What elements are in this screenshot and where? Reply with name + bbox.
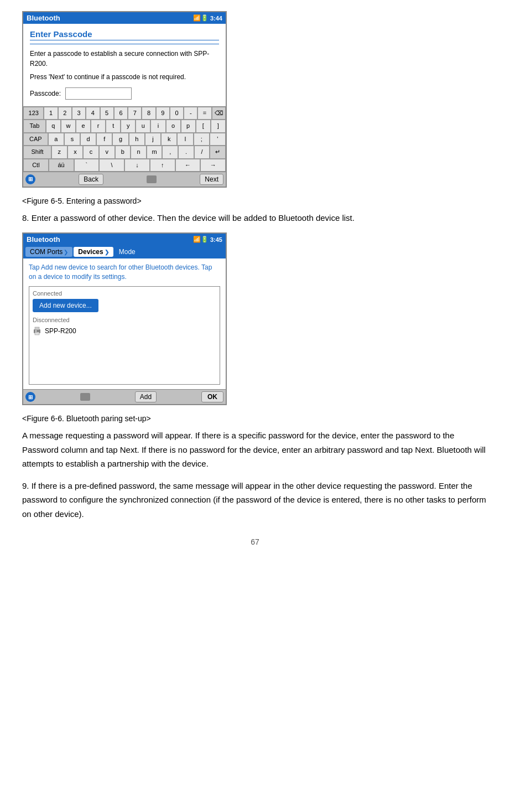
key-p[interactable]: p	[181, 120, 196, 132]
key-q[interactable]: q	[46, 120, 61, 132]
figure2-screen: Bluetooth 📶🔋 3:45 COM Ports ❯ Devices ❯ …	[22, 232, 227, 405]
device-hint: Tap Add new device to search for other B…	[29, 263, 220, 282]
key-x[interactable]: x	[67, 146, 84, 158]
key-123[interactable]: 123	[23, 107, 44, 120]
paragraph-3: 9. If there is a pre-defined password, t…	[22, 479, 488, 521]
passcode-text2: Press 'Next' to continue if a passcode i…	[30, 72, 219, 82]
add-device-button[interactable]: Add new device...	[33, 299, 98, 312]
key-up[interactable]: ↑	[150, 159, 175, 172]
ok-button[interactable]: OK	[201, 391, 223, 402]
passcode-text1: Enter a passcode to establish a secure c…	[30, 49, 219, 69]
key-tab[interactable]: Tab	[23, 120, 46, 132]
key-4[interactable]: 4	[86, 107, 100, 120]
key-2[interactable]: 2	[58, 107, 72, 120]
windows-logo-1[interactable]: ⊞	[25, 174, 35, 184]
key-quote[interactable]: '	[210, 133, 226, 146]
svg-rect-3	[35, 330, 37, 332]
key-k[interactable]: k	[161, 133, 177, 146]
printer-icon	[33, 327, 41, 335]
key-o[interactable]: o	[166, 120, 181, 132]
key-5[interactable]: 5	[100, 107, 114, 120]
key-e[interactable]: e	[76, 120, 91, 132]
tab-devices-label: Devices	[78, 248, 103, 256]
tab-com-ports[interactable]: COM Ports ❯	[25, 247, 72, 257]
keyboard-icon-2[interactable]	[80, 393, 90, 401]
key-right[interactable]: →	[200, 159, 226, 172]
key-t[interactable]: t	[106, 120, 121, 132]
key-cap[interactable]: CAP	[23, 133, 48, 146]
key-equals[interactable]: =	[197, 107, 211, 120]
key-comma[interactable]: ,	[162, 146, 178, 158]
key-backspace[interactable]: ⌫	[212, 107, 226, 120]
key-3[interactable]: 3	[72, 107, 86, 120]
tab-mode[interactable]: Mode	[115, 247, 140, 257]
key-f[interactable]: f	[96, 133, 112, 146]
key-7[interactable]: 7	[128, 107, 142, 120]
key-j[interactable]: j	[145, 133, 161, 146]
key-d[interactable]: d	[80, 133, 96, 146]
status-time-2: 3:45	[210, 236, 222, 243]
key-g[interactable]: g	[112, 133, 128, 146]
paragraph-1: 8. Enter a password of other device. The…	[22, 211, 488, 225]
screen-body-1: Enter Passcode Enter a passcode to estab…	[23, 24, 226, 106]
status-bar-2: Bluetooth 📶🔋 3:45	[23, 234, 226, 245]
key-l[interactable]: l	[177, 133, 193, 146]
key-0[interactable]: 0	[170, 107, 184, 120]
tab-mode-label: Mode	[119, 248, 136, 256]
devices-body: Tap Add new device to search for other B…	[23, 258, 226, 389]
key-semicolon[interactable]: ;	[194, 133, 210, 146]
back-button[interactable]: Back	[79, 174, 103, 185]
key-auu[interactable]: áü	[49, 159, 74, 172]
key-backtick[interactable]: `	[74, 159, 100, 172]
key-slash[interactable]: /	[194, 146, 210, 158]
key-9[interactable]: 9	[156, 107, 170, 120]
key-period[interactable]: .	[178, 146, 194, 158]
key-i[interactable]: i	[150, 120, 165, 132]
key-enter[interactable]: ↵	[210, 146, 226, 158]
passcode-input[interactable]	[65, 87, 132, 100]
kb-row-4: Shift z x c v b n m , . / ↵	[23, 146, 226, 158]
key-w[interactable]: w	[61, 120, 76, 132]
key-v[interactable]: v	[99, 146, 115, 158]
bottom-bar-2: ⊞ Add OK	[23, 389, 226, 404]
key-shift[interactable]: Shift	[23, 146, 51, 158]
key-c[interactable]: c	[83, 146, 99, 158]
device-list-box: Connected Add new device... Disconnected…	[29, 286, 220, 385]
keyboard: 123 1 2 3 4 5 6 7 8 9 0 - = ⌫ Tab q w e …	[23, 106, 226, 172]
caption-2: <Figure 6-6. Bluetooth paring set-up>	[22, 414, 488, 423]
status-time-1: 3:44	[210, 15, 222, 22]
tab-devices[interactable]: Devices ❯	[74, 247, 113, 257]
key-h[interactable]: h	[129, 133, 145, 146]
key-8[interactable]: 8	[142, 107, 155, 120]
tab-com-arrow: ❯	[64, 249, 68, 255]
key-left[interactable]: ←	[175, 159, 201, 172]
key-s[interactable]: s	[64, 133, 80, 146]
key-ctrl[interactable]: Ctl	[23, 159, 49, 172]
key-n[interactable]: n	[131, 146, 147, 158]
tab-devices-arrow: ❯	[105, 249, 109, 255]
key-6[interactable]: 6	[114, 107, 128, 120]
key-m[interactable]: m	[147, 146, 163, 158]
list-spacer	[33, 337, 216, 381]
key-r[interactable]: r	[91, 120, 106, 132]
key-y[interactable]: y	[121, 120, 136, 132]
back-label: Back	[84, 175, 98, 183]
key-1[interactable]: 1	[44, 107, 58, 120]
key-u[interactable]: u	[136, 120, 150, 132]
key-z[interactable]: z	[51, 146, 67, 158]
windows-logo-2[interactable]: ⊞	[25, 392, 35, 402]
key-a[interactable]: a	[48, 133, 64, 146]
key-b[interactable]: b	[115, 146, 131, 158]
key-rbracket[interactable]: ]	[211, 120, 226, 132]
key-lbracket[interactable]: [	[196, 120, 211, 132]
device-item-spp[interactable]: SPP-R200	[33, 325, 216, 337]
add-button[interactable]: Add	[135, 391, 157, 402]
next-button[interactable]: Next	[200, 174, 223, 185]
key-minus[interactable]: -	[184, 107, 197, 120]
kb-row-3: CAP a s d f g h j k l ; '	[23, 133, 226, 146]
key-down[interactable]: ↓	[124, 159, 150, 172]
keyboard-icon-1[interactable]	[147, 175, 157, 183]
key-backslash[interactable]: \	[99, 159, 124, 172]
kb-row-2: Tab q w e r t y u i o p [ ]	[23, 120, 226, 132]
paragraph-2a: A message requesting a password will app…	[22, 428, 488, 471]
